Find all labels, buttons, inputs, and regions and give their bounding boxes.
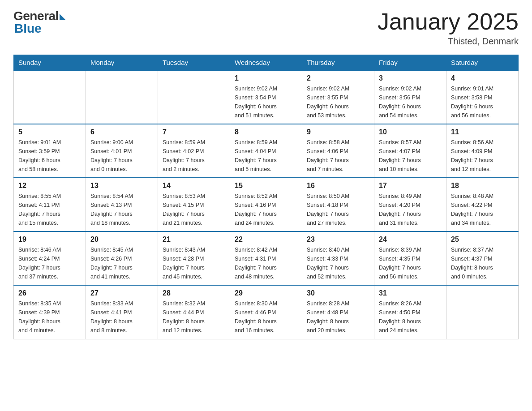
day-number: 12 xyxy=(18,182,81,190)
table-row: 23Sunrise: 8:40 AMSunset: 4:33 PMDayligh… xyxy=(302,231,374,285)
table-row: 5Sunrise: 9:01 AMSunset: 3:59 PMDaylight… xyxy=(14,124,86,178)
calendar-week-row: 12Sunrise: 8:55 AMSunset: 4:11 PMDayligh… xyxy=(14,178,519,231)
day-info: Sunrise: 9:02 AMSunset: 3:56 PMDaylight:… xyxy=(379,84,442,120)
header-friday: Friday xyxy=(374,55,446,71)
day-number: 26 xyxy=(18,289,81,297)
table-row: 31Sunrise: 8:26 AMSunset: 4:50 PMDayligh… xyxy=(374,285,446,339)
day-number: 4 xyxy=(451,74,514,82)
table-row: 14Sunrise: 8:53 AMSunset: 4:15 PMDayligh… xyxy=(158,178,230,231)
day-info: Sunrise: 8:50 AMSunset: 4:18 PMDaylight:… xyxy=(307,192,369,227)
table-row: 9Sunrise: 8:58 AMSunset: 4:06 PMDaylight… xyxy=(302,124,374,178)
day-number: 9 xyxy=(307,128,369,136)
day-number: 30 xyxy=(307,289,369,297)
table-row: 11Sunrise: 8:56 AMSunset: 4:09 PMDayligh… xyxy=(446,124,519,178)
day-info: Sunrise: 8:42 AMSunset: 4:31 PMDaylight:… xyxy=(235,245,297,281)
table-row xyxy=(14,70,86,124)
table-row: 20Sunrise: 8:45 AMSunset: 4:26 PMDayligh… xyxy=(86,231,158,285)
calendar-subtitle: Thisted, Denmark xyxy=(378,36,519,47)
day-info: Sunrise: 8:46 AMSunset: 4:24 PMDaylight:… xyxy=(18,245,81,281)
day-info: Sunrise: 9:02 AMSunset: 3:55 PMDaylight:… xyxy=(307,84,369,120)
calendar-week-row: 19Sunrise: 8:46 AMSunset: 4:24 PMDayligh… xyxy=(14,231,519,285)
day-info: Sunrise: 8:53 AMSunset: 4:15 PMDaylight:… xyxy=(163,192,225,227)
header-wednesday: Wednesday xyxy=(230,55,302,71)
calendar-title: January 2025 xyxy=(378,9,519,34)
header-sunday: Sunday xyxy=(14,55,86,71)
day-number: 24 xyxy=(379,235,442,244)
table-row: 25Sunrise: 8:37 AMSunset: 4:37 PMDayligh… xyxy=(446,231,519,285)
day-info: Sunrise: 8:58 AMSunset: 4:06 PMDaylight:… xyxy=(307,138,369,174)
day-number: 18 xyxy=(451,182,514,190)
day-number: 14 xyxy=(163,182,225,190)
table-row: 30Sunrise: 8:28 AMSunset: 4:48 PMDayligh… xyxy=(302,285,374,339)
page-header: General Blue January 2025 Thisted, Denma… xyxy=(13,9,519,47)
table-row: 3Sunrise: 9:02 AMSunset: 3:56 PMDaylight… xyxy=(374,70,446,124)
day-info: Sunrise: 8:45 AMSunset: 4:26 PMDaylight:… xyxy=(90,245,153,281)
table-row xyxy=(446,285,519,339)
table-row: 2Sunrise: 9:02 AMSunset: 3:55 PMDaylight… xyxy=(302,70,374,124)
day-info: Sunrise: 9:01 AMSunset: 3:58 PMDaylight:… xyxy=(451,84,514,120)
calendar-week-row: 26Sunrise: 8:35 AMSunset: 4:39 PMDayligh… xyxy=(14,285,519,339)
table-row: 16Sunrise: 8:50 AMSunset: 4:18 PMDayligh… xyxy=(302,178,374,231)
day-number: 22 xyxy=(235,235,297,244)
table-row: 21Sunrise: 8:43 AMSunset: 4:28 PMDayligh… xyxy=(158,231,230,285)
calendar-week-row: 5Sunrise: 9:01 AMSunset: 3:59 PMDaylight… xyxy=(14,124,519,178)
day-number: 16 xyxy=(307,182,369,190)
day-info: Sunrise: 8:30 AMSunset: 4:46 PMDaylight:… xyxy=(235,299,297,335)
day-number: 6 xyxy=(90,128,153,136)
day-number: 20 xyxy=(90,235,153,244)
day-number: 11 xyxy=(451,128,514,136)
day-number: 15 xyxy=(235,182,297,190)
table-row: 19Sunrise: 8:46 AMSunset: 4:24 PMDayligh… xyxy=(14,231,86,285)
header-tuesday: Tuesday xyxy=(158,55,230,71)
table-row: 10Sunrise: 8:57 AMSunset: 4:07 PMDayligh… xyxy=(374,124,446,178)
table-row: 24Sunrise: 8:39 AMSunset: 4:35 PMDayligh… xyxy=(374,231,446,285)
table-row: 12Sunrise: 8:55 AMSunset: 4:11 PMDayligh… xyxy=(14,178,86,231)
table-row: 18Sunrise: 8:48 AMSunset: 4:22 PMDayligh… xyxy=(446,178,519,231)
day-number: 17 xyxy=(379,182,442,190)
logo-blue-text: Blue xyxy=(13,21,42,36)
day-info: Sunrise: 8:49 AMSunset: 4:20 PMDaylight:… xyxy=(379,192,442,227)
day-number: 21 xyxy=(163,235,225,244)
day-info: Sunrise: 8:33 AMSunset: 4:41 PMDaylight:… xyxy=(90,299,153,335)
table-row: 26Sunrise: 8:35 AMSunset: 4:39 PMDayligh… xyxy=(14,285,86,339)
title-block: January 2025 Thisted, Denmark xyxy=(378,9,519,47)
table-row: 15Sunrise: 8:52 AMSunset: 4:16 PMDayligh… xyxy=(230,178,302,231)
day-number: 2 xyxy=(307,74,369,82)
table-row: 6Sunrise: 9:00 AMSunset: 4:01 PMDaylight… xyxy=(86,124,158,178)
day-number: 13 xyxy=(90,182,153,190)
day-number: 27 xyxy=(90,289,153,297)
calendar-header-row: Sunday Monday Tuesday Wednesday Thursday… xyxy=(14,55,519,71)
day-info: Sunrise: 8:32 AMSunset: 4:44 PMDaylight:… xyxy=(163,299,225,335)
table-row xyxy=(158,70,230,124)
table-row: 28Sunrise: 8:32 AMSunset: 4:44 PMDayligh… xyxy=(158,285,230,339)
day-number: 23 xyxy=(307,235,369,244)
day-info: Sunrise: 8:39 AMSunset: 4:35 PMDaylight:… xyxy=(379,245,442,281)
day-number: 1 xyxy=(235,74,297,82)
day-info: Sunrise: 9:00 AMSunset: 4:01 PMDaylight:… xyxy=(90,138,153,174)
day-info: Sunrise: 8:55 AMSunset: 4:11 PMDaylight:… xyxy=(18,192,81,227)
table-row: 27Sunrise: 8:33 AMSunset: 4:41 PMDayligh… xyxy=(86,285,158,339)
day-info: Sunrise: 8:56 AMSunset: 4:09 PMDaylight:… xyxy=(451,138,514,174)
header-saturday: Saturday xyxy=(446,55,519,71)
day-info: Sunrise: 9:02 AMSunset: 3:54 PMDaylight:… xyxy=(235,84,297,120)
day-info: Sunrise: 8:54 AMSunset: 4:13 PMDaylight:… xyxy=(90,192,153,227)
table-row xyxy=(86,70,158,124)
day-info: Sunrise: 8:48 AMSunset: 4:22 PMDaylight:… xyxy=(451,192,514,227)
day-number: 29 xyxy=(235,289,297,297)
table-row: 7Sunrise: 8:59 AMSunset: 4:02 PMDaylight… xyxy=(158,124,230,178)
day-info: Sunrise: 8:52 AMSunset: 4:16 PMDaylight:… xyxy=(235,192,297,227)
day-number: 5 xyxy=(18,128,81,136)
day-number: 19 xyxy=(18,235,81,244)
calendar-table: Sunday Monday Tuesday Wednesday Thursday… xyxy=(13,55,519,339)
day-number: 28 xyxy=(163,289,225,297)
header-thursday: Thursday xyxy=(302,55,374,71)
table-row: 29Sunrise: 8:30 AMSunset: 4:46 PMDayligh… xyxy=(230,285,302,339)
day-info: Sunrise: 9:01 AMSunset: 3:59 PMDaylight:… xyxy=(18,138,81,174)
day-info: Sunrise: 8:37 AMSunset: 4:37 PMDaylight:… xyxy=(451,245,514,281)
day-number: 31 xyxy=(379,289,442,297)
day-number: 8 xyxy=(235,128,297,136)
day-info: Sunrise: 8:28 AMSunset: 4:48 PMDaylight:… xyxy=(307,299,369,335)
table-row: 1Sunrise: 9:02 AMSunset: 3:54 PMDaylight… xyxy=(230,70,302,124)
table-row: 13Sunrise: 8:54 AMSunset: 4:13 PMDayligh… xyxy=(86,178,158,231)
table-row: 8Sunrise: 8:59 AMSunset: 4:04 PMDaylight… xyxy=(230,124,302,178)
